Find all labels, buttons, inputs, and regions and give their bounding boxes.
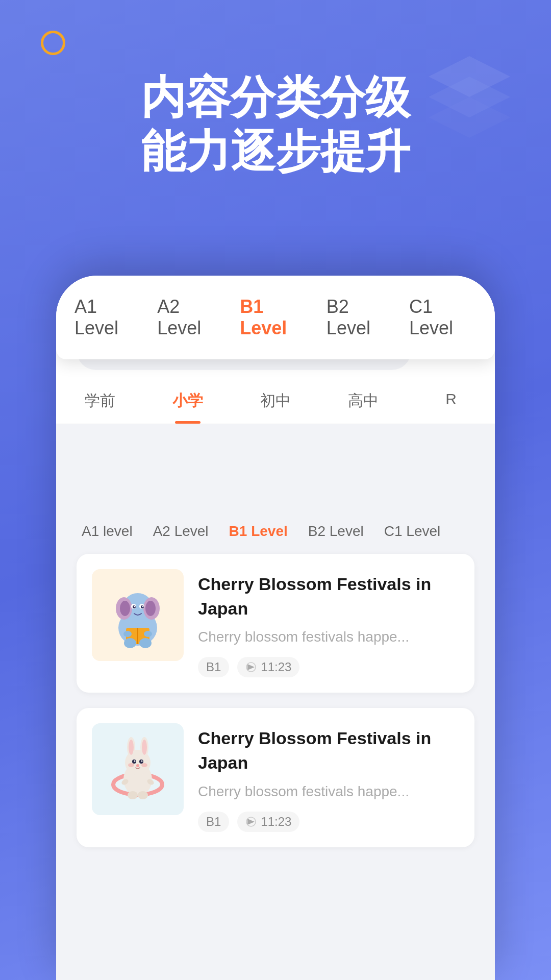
svg-point-40	[136, 764, 139, 767]
level-inner-a2[interactable]: A2 Level	[148, 521, 214, 542]
svg-point-23	[144, 631, 152, 637]
watermark-layers-icon	[418, 41, 520, 145]
phone-mockup: 9:41	[56, 276, 495, 980]
svg-point-31	[129, 740, 134, 755]
svg-point-44	[138, 791, 148, 799]
level-inner-c1[interactable]: C1 Level	[379, 521, 446, 542]
svg-point-37	[141, 761, 143, 762]
svg-point-22	[123, 631, 132, 637]
article-title-2: Cherry Blossom Festivals in Japan	[198, 726, 459, 775]
hero-section: 内容分类分级 能力逐步提升	[0, 0, 551, 178]
tab-preschool[interactable]: 学前	[56, 380, 144, 424]
svg-point-19	[142, 606, 144, 607]
svg-point-11	[120, 601, 130, 616]
tab-more[interactable]: R	[407, 380, 495, 424]
tab-middle[interactable]: 初中	[232, 380, 319, 424]
svg-point-39	[141, 763, 147, 767]
category-tabs: 学前 小学 初中 高中 R	[56, 375, 495, 424]
article-card-1[interactable]: Cherry Blossom Festivals in Japan Cherry…	[77, 554, 474, 693]
level-tabs-dropdown: A1 Level A2 Level B1 Level B2 Level C1 L…	[56, 276, 495, 359]
tag-duration-1: 11:23	[237, 657, 299, 677]
article-thumb-2	[92, 723, 184, 815]
content-area: A1 level A2 Level B1 Level B2 Level C1 L…	[56, 496, 495, 980]
svg-point-24	[124, 638, 136, 648]
level-tab-c1-dropdown[interactable]: C1 Level	[401, 291, 485, 344]
article-info-1: Cherry Blossom Festivals in Japan Cherry…	[198, 569, 459, 677]
svg-point-36	[134, 761, 136, 762]
svg-point-38	[128, 763, 134, 767]
level-inner-b2[interactable]: B2 Level	[303, 521, 369, 542]
level-tab-b2-dropdown[interactable]: B2 Level	[318, 291, 401, 344]
svg-point-43	[128, 791, 138, 799]
svg-point-13	[145, 601, 156, 616]
level-tab-b1-dropdown[interactable]: B1 Level	[232, 291, 318, 344]
svg-point-25	[139, 638, 152, 648]
tag-level-1: B1	[198, 657, 229, 677]
level-inner-b1[interactable]: B1 Level	[224, 521, 293, 542]
level-tab-a1-dropdown[interactable]: A1 Level	[66, 291, 149, 344]
level-tab-a2-dropdown[interactable]: A2 Level	[149, 291, 232, 344]
article-info-2: Cherry Blossom Festivals in Japan Cherry…	[198, 723, 459, 831]
article-tags-2: B1 11:23	[198, 812, 459, 832]
tab-primary[interactable]: 小学	[144, 380, 232, 424]
article-card-2[interactable]: Cherry Blossom Festivals in Japan Cherry…	[77, 708, 474, 847]
article-tags-1: B1 11:23	[198, 657, 459, 677]
article-desc-1: Cherry blossom festivals happe...	[198, 627, 459, 647]
article-thumb-1	[92, 569, 184, 661]
article-title-1: Cherry Blossom Festivals in Japan	[198, 572, 459, 621]
article-desc-2: Cherry blossom festivals happe...	[198, 781, 459, 801]
tab-high[interactable]: 高中	[319, 380, 407, 424]
orange-circle-decoration	[41, 31, 65, 55]
level-tabs-inner: A1 level A2 Level B1 Level B2 Level C1 L…	[77, 511, 474, 554]
tag-level-2: B1	[198, 812, 229, 832]
tag-duration-2: 11:23	[237, 812, 299, 832]
svg-point-33	[142, 740, 147, 755]
svg-point-18	[134, 606, 136, 607]
level-inner-a1[interactable]: A1 level	[77, 521, 138, 542]
